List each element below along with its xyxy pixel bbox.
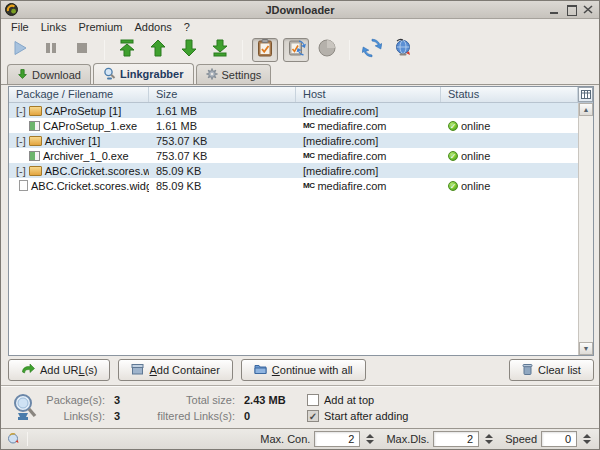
spin-up-icon[interactable] xyxy=(485,434,493,438)
online-icon xyxy=(448,181,458,191)
row-status-label: online xyxy=(461,150,490,162)
summary-grid: Package(s): 3 Total size: 2.43 MB Add at… xyxy=(45,394,493,422)
column-selector-button[interactable] xyxy=(578,87,593,102)
table-row[interactable]: [-] Archiver [1] 753.07 KB [mediafire.co… xyxy=(9,133,578,148)
start-after-adding-checkbox[interactable]: ✓ xyxy=(307,410,319,422)
table-row[interactable]: [-] CAProSetup [1] 1.61 MB [mediafire.co… xyxy=(9,103,578,118)
add-url-icon xyxy=(21,363,35,377)
collapse-toggle[interactable]: [-] xyxy=(16,165,26,177)
clipboard-check-icon xyxy=(255,38,275,61)
row-size: 753.07 KB xyxy=(156,150,207,162)
row-size: 1.61 MB xyxy=(156,120,197,132)
pie-disabled-icon xyxy=(317,38,337,61)
move-to-bottom-button[interactable] xyxy=(207,38,233,62)
row-type-icon xyxy=(29,136,42,146)
add-at-top-label: Add at top xyxy=(324,394,374,406)
column-header-size[interactable]: Size xyxy=(149,87,296,102)
row-type-icon xyxy=(29,166,42,176)
continue-with-all-button[interactable]: Continue with all xyxy=(241,359,366,381)
row-host: [mediafire.com] xyxy=(303,105,378,117)
toolbar-separator xyxy=(349,40,350,60)
clipboard-autoadd-toggle[interactable] xyxy=(283,38,309,62)
trash-icon xyxy=(522,363,533,377)
container-box-icon xyxy=(131,363,144,377)
row-status-label: online xyxy=(461,120,490,132)
row-size: 1.61 MB xyxy=(156,105,197,117)
spin-down-icon[interactable] xyxy=(366,440,374,444)
table-row[interactable]: [-] ABC.Cricket.scores.widget [1] 85.09 … xyxy=(9,163,578,178)
gear-icon xyxy=(206,68,218,82)
speed-stepper[interactable] xyxy=(581,434,593,444)
collapse-toggle[interactable]: [-] xyxy=(16,105,26,117)
max-dls-stepper[interactable] xyxy=(483,434,495,444)
table-grid-icon xyxy=(581,87,591,102)
scroll-down-icon[interactable]: ▼ xyxy=(579,342,593,355)
premium-view-button[interactable] xyxy=(314,38,340,62)
tab-download[interactable]: Download xyxy=(7,64,91,84)
row-size: 85.09 KB xyxy=(156,180,201,192)
row-host: mediafire.com xyxy=(317,150,386,162)
max-con-field[interactable]: 2 xyxy=(314,431,360,447)
spin-down-icon[interactable] xyxy=(485,440,493,444)
close-icon[interactable] xyxy=(583,5,593,14)
move-up-button[interactable] xyxy=(145,38,171,62)
linkgrabber-magnifier-icon xyxy=(103,67,116,82)
vertical-scrollbar[interactable]: ▲ ▼ xyxy=(578,103,593,355)
spin-down-icon[interactable] xyxy=(583,440,591,444)
total-size-label: Total size: xyxy=(145,394,235,406)
menu-file[interactable]: File xyxy=(5,20,35,34)
menu-help[interactable]: ? xyxy=(178,20,196,34)
clear-list-button[interactable]: Clear list xyxy=(509,359,594,381)
collapse-toggle[interactable]: [-] xyxy=(16,135,26,147)
row-host: mediafire.com xyxy=(317,120,386,132)
row-type-icon xyxy=(29,121,40,131)
toolbar xyxy=(1,35,599,64)
move-down-button[interactable] xyxy=(176,38,202,62)
arrow-bottom-icon xyxy=(210,38,230,61)
spin-up-icon[interactable] xyxy=(583,434,591,438)
column-header-package-filename[interactable]: Package / Filename xyxy=(9,87,149,102)
arrow-up-icon xyxy=(148,38,168,61)
pause-icon xyxy=(43,40,59,59)
menu-premium[interactable]: Premium xyxy=(72,20,128,34)
spin-up-icon[interactable] xyxy=(366,434,374,438)
scroll-up-icon[interactable]: ▲ xyxy=(579,103,593,116)
reconnect-mini-icon[interactable] xyxy=(7,432,20,447)
menu-addons[interactable]: Addons xyxy=(128,20,177,34)
toolbar-separator xyxy=(242,40,243,60)
stop-icon xyxy=(74,40,90,59)
update-button[interactable] xyxy=(359,38,385,62)
reconnect-button[interactable] xyxy=(390,38,416,62)
tab-settings[interactable]: Settings xyxy=(196,64,272,84)
column-header-status[interactable]: Status xyxy=(441,87,578,102)
linkgrabber-panel: Package / Filename Size Host Status [-] … xyxy=(1,85,599,384)
add-container-button[interactable]: Add Container xyxy=(118,359,232,381)
add-urls-button[interactable]: Add URL(s) xyxy=(8,359,110,381)
add-at-top-checkbox[interactable] xyxy=(307,394,319,406)
filtered-links-value: 0 xyxy=(235,410,293,422)
pause-downloads-button[interactable] xyxy=(38,38,64,62)
max-con-stepper[interactable] xyxy=(364,434,376,444)
speed-field[interactable]: 0 xyxy=(541,431,577,447)
table-header: Package / Filename Size Host Status xyxy=(9,87,593,103)
row-type-icon xyxy=(29,106,42,116)
maximize-icon[interactable] xyxy=(566,5,576,14)
title-bar[interactable]: JDownloader xyxy=(1,1,599,19)
table-row[interactable]: CAProSetup_1.exe 1.61 MB MC mediafire.co… xyxy=(9,118,578,133)
table-row[interactable]: Archiver_1_0.exe 753.07 KB MC mediafire.… xyxy=(9,148,578,163)
row-name: ABC.Cricket.scores.widget [1] xyxy=(45,165,149,177)
table-row[interactable]: ABC.Cricket.scores.widget 85.09 KB MC me… xyxy=(9,178,578,193)
clipboard-observer-toggle[interactable] xyxy=(252,38,278,62)
packages-label: Package(s): xyxy=(45,394,105,406)
tab-label: Download xyxy=(32,69,81,81)
move-to-top-button[interactable] xyxy=(114,38,140,62)
tab-linkgrabber[interactable]: Linkgrabber xyxy=(93,63,194,84)
menu-links[interactable]: Links xyxy=(35,20,73,34)
start-downloads-button[interactable] xyxy=(7,38,33,62)
stop-downloads-button[interactable] xyxy=(69,38,95,62)
add-at-top-option: Add at top xyxy=(293,394,493,406)
column-header-host[interactable]: Host xyxy=(296,87,441,102)
folder-blue-icon xyxy=(254,363,267,377)
max-dls-field[interactable]: 2 xyxy=(433,431,479,447)
minimize-icon[interactable] xyxy=(549,5,559,14)
